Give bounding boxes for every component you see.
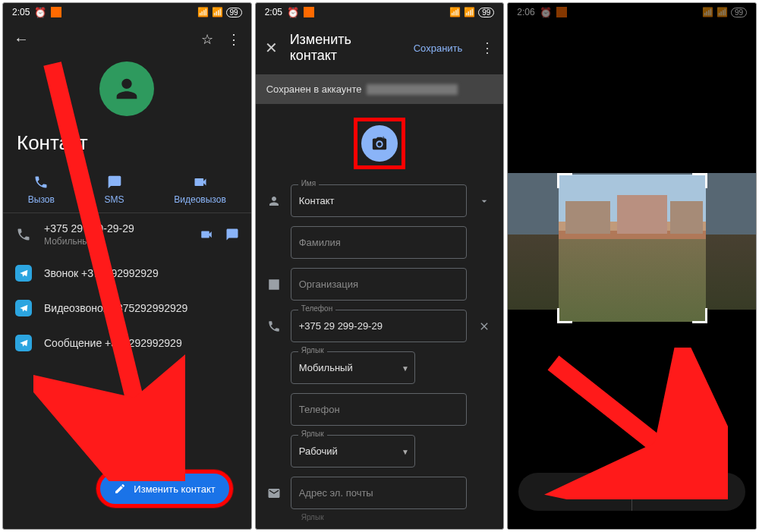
- telegram-icon: [15, 335, 32, 351]
- battery-indicator: 99: [226, 8, 242, 17]
- signal-icon: 📶: [449, 7, 461, 17]
- alarm-icon: ⏰: [540, 7, 552, 18]
- alarm-icon: ⏰: [34, 7, 46, 18]
- person-icon: [267, 194, 281, 208]
- phone-field[interactable]: [291, 310, 468, 342]
- contact-avatar[interactable]: [99, 61, 154, 116]
- dropdown-icon: ▼: [402, 447, 409, 455]
- phone-icon: [16, 227, 31, 242]
- notification-icon: [556, 7, 567, 17]
- sms-button[interactable]: SMS: [105, 175, 124, 205]
- crop-handle-bl[interactable]: [557, 308, 572, 323]
- edit-contact-button[interactable]: Изменить контакт: [96, 470, 232, 508]
- status-bar: 2:06 ⏰ 📶 📶 99: [508, 3, 756, 21]
- status-time: 2:05: [265, 7, 282, 17]
- bottom-action-bar: Отмена ОК: [518, 473, 745, 511]
- pencil-icon: [114, 483, 126, 495]
- crop-handle-br[interactable]: [692, 308, 707, 323]
- video-icon: [193, 175, 208, 190]
- org-field[interactable]: [291, 268, 468, 301]
- telegram-icon: [15, 265, 32, 282]
- alarm-icon: ⏰: [287, 7, 299, 18]
- wifi-icon: 📶: [212, 7, 223, 17]
- svg-line-1: [553, 363, 698, 477]
- crop-handle-tl[interactable]: [557, 173, 572, 188]
- phone2-field[interactable]: [291, 393, 468, 426]
- crop-frame[interactable]: [559, 175, 706, 322]
- photo-button-area: [256, 104, 504, 180]
- person-icon: [112, 74, 142, 104]
- screen-edit-contact: 2:05 ⏰ 📶 📶 99 ✕ Изменить контакт Сохрани…: [255, 2, 505, 530]
- more-icon[interactable]: ⋮: [227, 31, 241, 48]
- page-title: Изменить контакт: [290, 32, 402, 64]
- screen-contact-details: 2:05 ⏰ 📶 📶 99 ← ☆ ⋮ Контакт Вызов SMS: [2, 2, 252, 530]
- account-value-redacted: [367, 84, 458, 95]
- header: ✕ Изменить контакт Сохранить ⋮: [256, 21, 504, 74]
- more-icon[interactable]: ⋮: [480, 39, 494, 56]
- video-button[interactable]: Видеовызов: [174, 175, 225, 205]
- surname-field[interactable]: [291, 226, 468, 259]
- wifi-icon: 📶: [716, 7, 728, 17]
- phone-type: Мобильный: [44, 236, 187, 247]
- telegram-icon: [15, 300, 32, 316]
- quick-actions: Вызов SMS Видеовызов: [3, 167, 251, 213]
- screen-crop-photo: 2:06 ⏰ 📶 📶 99 Отмена ОК: [507, 2, 757, 530]
- phone-icon: [267, 320, 281, 333]
- avatar-area: [3, 61, 251, 116]
- clear-icon[interactable]: [478, 320, 490, 332]
- phone-type-dropdown[interactable]: [291, 351, 415, 384]
- notification-icon: [51, 7, 61, 17]
- phone-number: +375 29 299-29-29: [44, 222, 187, 235]
- sms-icon: [107, 175, 122, 190]
- battery-indicator: 99: [478, 8, 494, 17]
- camera-icon: [371, 135, 388, 152]
- back-icon[interactable]: ←: [14, 30, 29, 48]
- telegram-message-row[interactable]: Сообщение +375292992929: [3, 326, 251, 360]
- account-bar: Сохранен в аккаунте: [256, 74, 504, 104]
- annotation-highlight: [354, 118, 405, 169]
- phone2-type-dropdown[interactable]: [291, 435, 415, 467]
- phone-row[interactable]: +375 29 299-29-29 Мобильный: [3, 213, 251, 256]
- status-bar: 2:05 ⏰ 📶 📶 99: [3, 3, 251, 21]
- notification-icon: [304, 7, 314, 17]
- signal-icon: 📶: [197, 7, 209, 17]
- message-icon[interactable]: [225, 228, 239, 241]
- status-time: 2:06: [517, 7, 534, 17]
- signal-icon: 📶: [702, 7, 713, 17]
- close-icon[interactable]: ✕: [265, 39, 278, 57]
- save-button[interactable]: Сохранить: [414, 42, 463, 54]
- email-field[interactable]: [291, 477, 468, 509]
- header: ← ☆ ⋮: [3, 21, 251, 57]
- video-icon[interactable]: [200, 228, 213, 241]
- building-icon: [267, 278, 281, 291]
- battery-indicator: 99: [731, 8, 747, 17]
- crop-handle-tr[interactable]: [692, 173, 707, 188]
- call-button[interactable]: Вызов: [28, 175, 55, 205]
- star-icon[interactable]: ☆: [201, 31, 213, 48]
- contact-name: Контакт: [3, 131, 251, 167]
- telegram-video-row[interactable]: Видеозвонок +375292992929: [3, 291, 251, 326]
- chevron-down-icon[interactable]: [478, 195, 490, 207]
- phone-icon: [33, 175, 49, 190]
- name-field[interactable]: [291, 184, 468, 217]
- photo-crop-area[interactable]: Отмена ОК: [508, 21, 756, 529]
- wifi-icon: 📶: [464, 7, 475, 17]
- add-photo-button[interactable]: [361, 125, 398, 162]
- telegram-call-row[interactable]: Звонок +375292992929: [3, 256, 251, 291]
- cancel-button[interactable]: Отмена: [518, 473, 631, 511]
- dropdown-icon: ▼: [402, 364, 409, 372]
- email-icon: [267, 486, 281, 500]
- status-bar: 2:05 ⏰ 📶 📶 99: [256, 3, 504, 21]
- crop-preview: [559, 175, 706, 322]
- status-time: 2:05: [12, 7, 30, 17]
- ok-button[interactable]: ОК: [632, 473, 745, 511]
